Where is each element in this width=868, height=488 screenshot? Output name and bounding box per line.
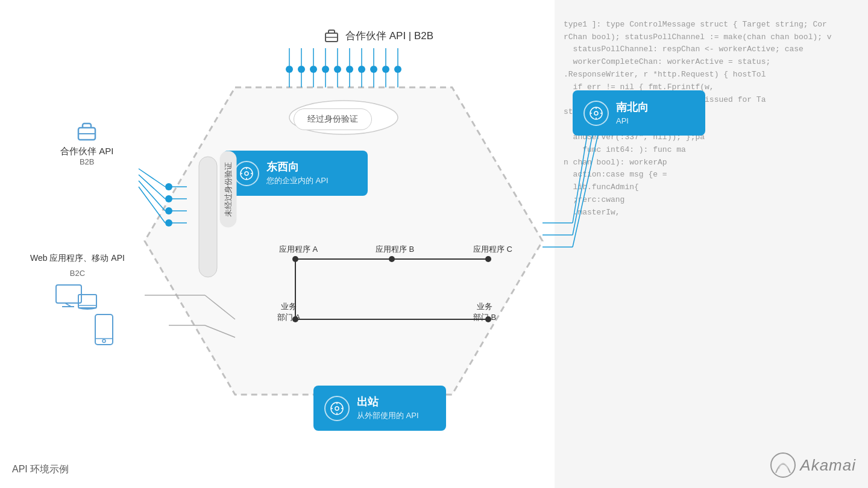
briefcase-icon-top [322, 27, 341, 44]
partner-api-b2b-top: 合作伙伴 API | B2B [322, 27, 433, 44]
dept-a-label: 业务 部门 A [277, 301, 300, 323]
authenticated-label: 经过身份验证 [294, 108, 372, 130]
bottom-label: API 环境示例 [12, 463, 69, 476]
compass-icon-ew [239, 166, 254, 181]
svg-point-14 [334, 66, 341, 73]
not-authenticated-label: 未经过身份验证 [220, 151, 237, 228]
partner-api-left-line1: 合作伙伴 API [60, 146, 113, 157]
app-a-label: 应用程序 A [279, 244, 318, 255]
svg-rect-71 [199, 157, 217, 277]
svg-point-36 [165, 207, 172, 214]
outbound-box: 出站 从外部使用的 API [313, 386, 446, 431]
svg-point-37 [165, 219, 172, 227]
briefcase-icon-left [75, 120, 99, 142]
svg-line-39 [139, 175, 165, 199]
akamai-logo-text: Akamai [800, 456, 856, 475]
svg-line-68 [205, 295, 235, 319]
outbound-subtitle: 从外部使用的 API [357, 410, 419, 421]
svg-point-10 [286, 66, 293, 73]
desktop-laptop-icon [53, 284, 101, 317]
mobile-phone-icon [93, 313, 115, 346]
east-west-title: 东西向 [266, 160, 329, 174]
svg-point-13 [322, 66, 329, 73]
outbound-text: 出站 从外部使用的 API [357, 395, 419, 421]
svg-point-51 [485, 256, 491, 262]
outbound-title: 出站 [357, 395, 419, 409]
akamai-logo-icon [770, 452, 797, 479]
svg-point-17 [370, 66, 377, 73]
app-b-label: 应用程序 B [376, 244, 414, 255]
dept-b-label: 业务 部门 B [473, 301, 496, 323]
code-background: type1 ]: type ControlMessage struct { Ta… [555, 0, 868, 488]
east-west-text: 东西向 您的企业内的 API [266, 160, 329, 186]
north-south-subtitle: API [616, 116, 649, 125]
north-south-text: 南北向 API [616, 101, 649, 125]
partner-api-b2b-top-label: 合作伙伴 API | B2B [345, 29, 433, 43]
svg-point-34 [165, 183, 172, 190]
svg-point-12 [310, 66, 317, 73]
svg-point-18 [382, 66, 389, 73]
east-west-icon [234, 161, 259, 186]
svg-point-97 [335, 407, 339, 410]
north-south-title: 南北向 [616, 101, 649, 114]
svg-line-38 [139, 169, 165, 187]
compass-icon-out [330, 401, 344, 416]
svg-point-35 [165, 195, 172, 202]
svg-point-15 [346, 66, 353, 73]
svg-rect-76 [56, 285, 81, 303]
mobile-phone-icon-container [93, 313, 115, 349]
svg-line-41 [139, 187, 165, 223]
outbound-icon [324, 396, 350, 421]
code-line-1: type1 ]: type ControlMessage struct { Ta… [564, 20, 827, 29]
partner-api-left-line2: B2B [60, 157, 113, 166]
svg-point-49 [292, 256, 298, 262]
app-c-label: 应用程序 C [473, 244, 512, 255]
svg-point-91 [594, 111, 598, 115]
east-west-box: 东西向 您的企业内的 API [223, 151, 368, 196]
svg-point-11 [298, 66, 305, 73]
svg-point-82 [102, 340, 105, 343]
web-apps-line2: B2C [30, 269, 125, 278]
web-apps-line1: Web 应用程序、移动 API [30, 253, 125, 264]
svg-point-85 [245, 172, 248, 175]
svg-point-102 [771, 453, 795, 477]
svg-line-40 [139, 181, 165, 211]
svg-point-16 [358, 66, 365, 73]
compass-icon-ns [589, 106, 603, 120]
akamai-logo: Akamai [770, 452, 856, 479]
svg-point-19 [394, 66, 401, 73]
north-south-box: 南北向 API [573, 90, 705, 136]
north-south-icon [583, 101, 609, 126]
hexagon-border [145, 87, 542, 395]
east-west-subtitle: 您的企业内的 API [266, 175, 329, 186]
svg-line-70 [205, 325, 235, 337]
svg-rect-81 [95, 314, 113, 345]
web-apps-left: Web 应用程序、移动 API B2C [30, 253, 125, 317]
svg-point-50 [389, 256, 395, 262]
partner-api-left: 合作伙伴 API B2B [60, 120, 113, 166]
